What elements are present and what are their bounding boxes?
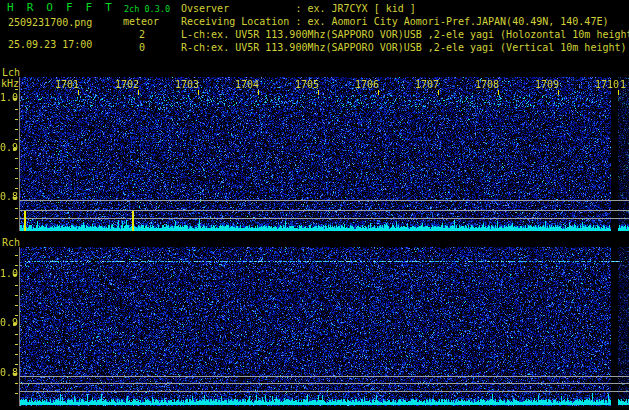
lch-y-axis-line	[19, 77, 20, 231]
time-tick-label-partial: 1	[620, 80, 629, 90]
rch-y-axis-line	[19, 247, 20, 406]
time-tick-label: 1701	[55, 80, 79, 90]
freq-tick-label: 1.0	[0, 269, 13, 280]
time-tick-label: 1707	[415, 80, 439, 90]
freq-minor-tick	[15, 89, 18, 90]
freq-tick-label: 0.8	[0, 192, 13, 203]
freq-unit-label: kHz	[1, 78, 19, 89]
freq-minor-tick	[15, 295, 18, 296]
freq-major-tick	[13, 323, 17, 325]
freq-minor-tick	[15, 255, 18, 256]
freq-minor-tick	[15, 334, 18, 335]
lch-spectrogram-canvas	[20, 77, 629, 231]
mode-label: meteor	[123, 16, 159, 27]
freq-tick-label: 0.9	[0, 143, 13, 154]
time-tick-mark	[78, 90, 79, 95]
freq-major-tick	[13, 274, 17, 276]
freq-minor-tick	[15, 208, 18, 209]
freq-minor-tick	[15, 383, 18, 384]
freq-tick-label: 0.8	[0, 368, 13, 379]
freq-minor-tick	[15, 305, 18, 306]
freq-major-tick	[13, 98, 17, 100]
freq-minor-tick	[15, 158, 18, 159]
time-tick-mark	[558, 90, 559, 95]
freq-tick-label: 0.9	[0, 318, 13, 329]
lch-panel-label: Lch	[2, 67, 20, 78]
time-tick-mark	[618, 90, 619, 95]
time-tick-mark	[498, 90, 499, 95]
freq-minor-tick	[15, 344, 18, 345]
freq-major-tick	[13, 148, 17, 150]
datetime-label: 25.09.23 17:00	[8, 39, 92, 50]
freq-minor-tick	[15, 129, 18, 130]
rch-spectrogram-canvas	[20, 247, 629, 406]
freq-minor-tick	[15, 218, 18, 219]
meteor-count-lch: 2	[139, 29, 145, 40]
time-tick-mark	[258, 90, 259, 95]
freq-minor-tick	[15, 315, 18, 316]
freq-minor-tick	[15, 393, 18, 394]
time-tick-mark	[378, 90, 379, 95]
time-tick-label: 1705	[295, 80, 319, 90]
time-tick-mark	[438, 90, 439, 95]
time-tick-label: 1703	[175, 80, 199, 90]
freq-minor-tick	[15, 168, 18, 169]
freq-minor-tick	[15, 265, 18, 266]
freq-minor-tick	[15, 354, 18, 355]
app-version: 2ch 0.3.0	[124, 4, 170, 15]
freq-minor-tick	[15, 139, 18, 140]
time-tick-label: 1702	[115, 80, 139, 90]
freq-minor-tick	[15, 119, 18, 120]
time-tick-label: 1708	[475, 80, 499, 90]
freq-minor-tick	[15, 188, 18, 189]
freq-tick-label: 1.0	[0, 93, 13, 104]
app-title: H R O F F T	[7, 2, 115, 13]
freq-minor-tick	[15, 285, 18, 286]
observer-info-line: Ovserver : ex. JR7CYX [ kid ]	[181, 3, 416, 14]
freq-minor-tick	[15, 178, 18, 179]
time-tick-label: 1709	[535, 80, 559, 90]
time-tick-label: 1710	[595, 80, 619, 90]
time-tick-label: 1704	[235, 80, 259, 90]
time-tick-mark	[198, 90, 199, 95]
freq-major-tick	[13, 197, 17, 199]
output-filename: 2509231700.png	[8, 17, 92, 28]
time-tick-mark	[318, 90, 319, 95]
hrofft-screen: H R O F F T 2ch 0.3.0 2509231700.png met…	[0, 0, 629, 410]
time-tick-label: 1706	[355, 80, 379, 90]
freq-major-tick	[13, 373, 17, 375]
rch-receiver-info-line: R-ch:ex. UV5R 113.900Mhz(SAPPORO VOR)USB…	[181, 42, 627, 53]
freq-minor-tick	[15, 364, 18, 365]
lch-receiver-info-line: L-ch:ex. UV5R 113.900Mhz(SAPPORO VOR)USB…	[181, 29, 629, 40]
rch-panel-label: Rch	[2, 237, 20, 248]
time-tick-mark	[138, 90, 139, 95]
freq-minor-tick	[15, 109, 18, 110]
location-info-line: Receiving Location : ex. Aomori City Aom…	[181, 16, 608, 27]
meteor-count-rch: 0	[139, 42, 145, 53]
